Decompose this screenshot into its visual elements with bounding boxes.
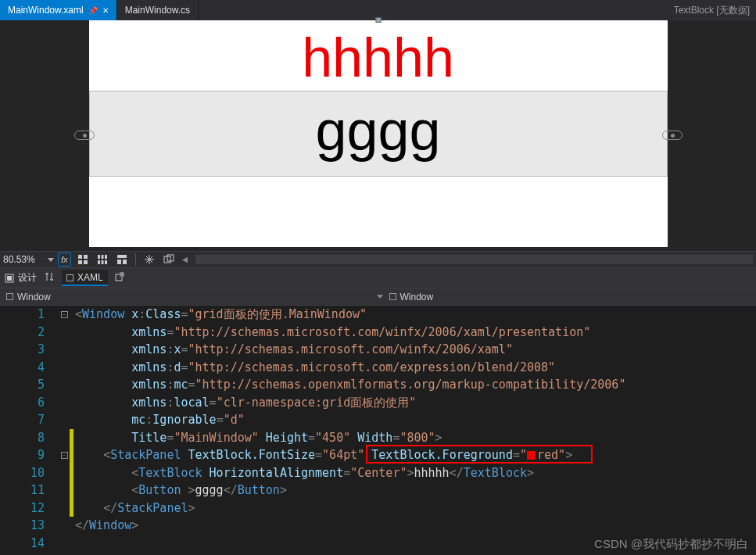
svg-rect-11	[117, 260, 121, 264]
svg-rect-2	[78, 260, 82, 264]
close-icon[interactable]: ✕	[102, 6, 109, 15]
svg-rect-12	[123, 260, 127, 264]
zoom-level-dropdown[interactable]: 80.53%	[3, 254, 44, 265]
design-pane-button[interactable]: 设计	[5, 271, 37, 285]
breadcrumb-right[interactable]: Window	[383, 292, 440, 303]
resize-handle-top[interactable]	[375, 17, 381, 23]
element-cube-icon	[389, 293, 396, 300]
grid-6-icon[interactable]	[95, 252, 110, 267]
designer-surface-area[interactable]: hhhhh gggg	[0, 20, 756, 251]
svg-rect-1	[84, 255, 88, 259]
layout-icon[interactable]	[114, 252, 130, 267]
tab-mainwindow-cs[interactable]: MainWindow.cs	[117, 0, 199, 20]
popout-icon[interactable]	[115, 272, 124, 284]
adorner-left-icon[interactable]	[74, 131, 95, 140]
xaml-breadcrumb-bar: Window Window	[0, 288, 756, 306]
watermark-text: CSDN @我代码抄都抄不明白	[594, 537, 748, 552]
design-window-preview[interactable]: hhhhh gggg	[89, 20, 668, 247]
grid-4-icon[interactable]	[75, 252, 91, 267]
design-xaml-split-bar: 设计 XAML	[0, 268, 756, 288]
tab-label: MainWindow.xaml	[8, 5, 84, 16]
effects-toggle-icon[interactable]: fx	[58, 252, 71, 267]
swap-panes-icon[interactable]	[44, 271, 55, 285]
selection-context-label: TextBlock [无数据]	[674, 4, 756, 17]
svg-rect-16	[7, 276, 12, 281]
horizontal-scrollbar[interactable]	[195, 255, 753, 264]
svg-rect-8	[101, 260, 103, 264]
svg-rect-0	[78, 255, 82, 259]
chevron-down-icon[interactable]	[377, 295, 383, 299]
chevron-down-icon[interactable]	[48, 258, 54, 262]
svg-rect-3	[84, 260, 88, 264]
svg-rect-4	[98, 255, 100, 259]
svg-rect-10	[117, 255, 127, 258]
xaml-code-editor[interactable]: 1234567891011121314 -- <Window x:Class="…	[0, 306, 756, 555]
preview-button-label: gggg	[90, 91, 667, 170]
overlay-icon[interactable]	[161, 252, 177, 267]
code-text-area[interactable]: <Window x:Class="grid面板的使用.MainWindow" x…	[73, 306, 756, 555]
designer-zoom-toolbar: 80.53% fx ◄	[0, 251, 756, 268]
snap-icon[interactable]	[142, 252, 157, 267]
element-cube-icon	[6, 293, 13, 300]
breadcrumb-left[interactable]: Window	[0, 292, 57, 303]
line-number-gutter: 1234567891011121314	[0, 306, 59, 555]
preview-button[interactable]: gggg	[89, 91, 668, 177]
scroll-left-icon[interactable]: ◄	[181, 254, 192, 265]
pin-icon[interactable]: 📌	[88, 6, 98, 15]
svg-rect-5	[101, 255, 103, 259]
xaml-square-icon	[66, 274, 73, 281]
color-swatch-red-icon	[527, 451, 536, 460]
tab-mainwindow-xaml[interactable]: MainWindow.xaml 📌 ✕	[0, 0, 117, 20]
adorner-right-icon[interactable]	[662, 131, 683, 140]
xaml-pane-button[interactable]: XAML	[62, 270, 108, 286]
svg-rect-6	[105, 255, 107, 259]
svg-rect-7	[98, 260, 100, 264]
preview-textblock[interactable]: hhhhh	[89, 20, 668, 89]
outlining-margin[interactable]: --	[59, 306, 70, 555]
svg-rect-9	[105, 260, 107, 264]
tab-label: MainWindow.cs	[125, 5, 190, 16]
separator	[135, 253, 136, 266]
